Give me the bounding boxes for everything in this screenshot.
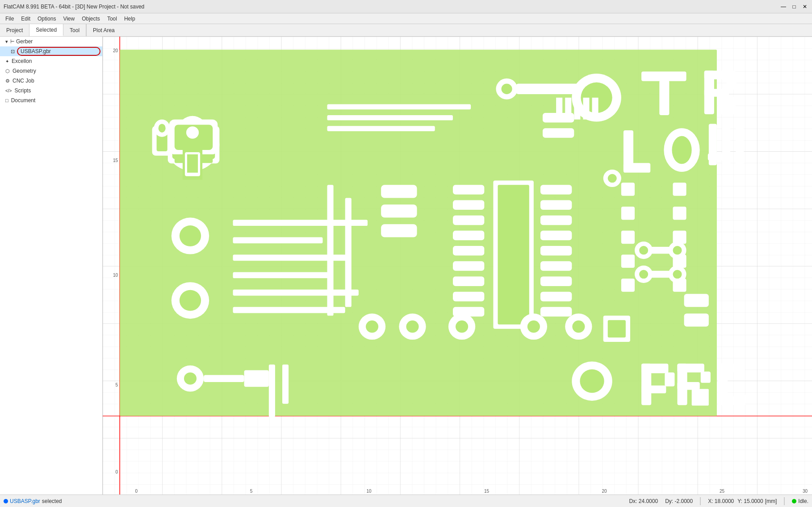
left-panel: ▾ ⊢ Gerber ⊡ USBASP.gbr ✦ Excellon ⬡ Geo… [0, 37, 103, 495]
maximize-button[interactable]: □ [791, 3, 798, 10]
svg-point-102 [580, 370, 604, 393]
tree-item-document[interactable]: □ Document [0, 96, 102, 105]
close-button[interactable]: ✕ [801, 3, 808, 10]
svg-rect-110 [701, 371, 711, 382]
svg-rect-116 [556, 98, 562, 120]
svg-rect-128 [345, 198, 352, 307]
minimize-button[interactable]: — [780, 3, 787, 10]
tree-item-geometry[interactable]: ⬡ Geometry [0, 66, 102, 76]
usbasp-label: USBASP.gbr [17, 47, 100, 56]
svg-rect-81 [621, 231, 635, 244]
menu-help[interactable]: Help [121, 15, 139, 23]
status-divider2 [784, 497, 785, 505]
svg-rect-56 [540, 307, 572, 316]
svg-rect-62 [641, 71, 686, 81]
svg-rect-38 [453, 200, 484, 209]
svg-point-135 [639, 270, 648, 279]
tab-project[interactable]: Project [0, 24, 29, 36]
tree-item-scripts[interactable]: </> Scripts [0, 86, 102, 96]
svg-point-15 [186, 126, 199, 138]
svg-rect-37 [453, 185, 484, 194]
tab-tool[interactable]: Tool [63, 24, 86, 36]
status-divider [700, 497, 701, 505]
status-filename: USBASP.gbr [10, 498, 40, 504]
svg-rect-31 [327, 104, 471, 109]
svg-rect-84 [673, 183, 686, 195]
svg-rect-63 [659, 80, 669, 115]
menu-options[interactable]: Options [34, 15, 59, 23]
idle-text: Idle. [798, 498, 808, 504]
svg-rect-141 [684, 294, 709, 307]
dy-value: Dy: -2.0000 [665, 498, 693, 504]
status-dy: Dy: -2.0000 [665, 498, 693, 504]
main-content: ▾ ⊢ Gerber ⊡ USBASP.gbr ✦ Excellon ⬡ Geo… [0, 37, 812, 495]
tree-item-usbasp[interactable]: ⊡ USBASP.gbr [0, 46, 102, 56]
document-label: Document [11, 97, 100, 104]
svg-rect-142 [684, 313, 709, 326]
svg-rect-85 [673, 207, 686, 220]
menu-view[interactable]: View [59, 15, 78, 23]
svg-rect-48 [540, 185, 572, 194]
gerber-icon: ⊢ [10, 39, 15, 45]
svg-point-58 [501, 84, 512, 94]
tree-item-excellon[interactable]: ✦ Excellon [0, 56, 102, 66]
excellon-icon: ✦ [5, 59, 9, 64]
svg-rect-36 [381, 224, 417, 237]
svg-rect-30 [244, 370, 269, 387]
svg-rect-39 [453, 216, 484, 225]
svg-point-133 [673, 246, 682, 255]
svg-rect-53 [540, 261, 572, 270]
svg-rect-47 [498, 185, 529, 324]
svg-rect-80 [621, 207, 635, 220]
svg-point-140 [608, 174, 617, 183]
svg-rect-109 [677, 382, 699, 390]
svg-rect-52 [540, 246, 572, 255]
window-controls: — □ ✕ [780, 3, 808, 10]
status-selected-section: USBASP.gbr selected [4, 498, 62, 504]
tree-item-gerber[interactable]: ▾ ⊢ Gerber [0, 37, 102, 46]
geometry-icon: ⬡ [5, 68, 10, 74]
status-idle: Idle. [792, 498, 808, 504]
cncjob-label: CNC Job [13, 78, 100, 84]
scripts-label: Scripts [14, 87, 100, 94]
menu-edit[interactable]: Edit [17, 15, 34, 23]
svg-rect-86 [673, 231, 686, 244]
svg-rect-78 [543, 128, 574, 137]
svg-point-24 [180, 225, 201, 246]
green-dot [792, 499, 796, 503]
menu-tool[interactable]: Tool [104, 15, 121, 23]
svg-rect-68 [718, 97, 736, 114]
svg-rect-82 [621, 255, 635, 268]
svg-rect-49 [540, 200, 572, 209]
gerber-file-icon: ⊡ [11, 49, 15, 54]
svg-rect-125 [233, 290, 358, 296]
tabs-row: Project Selected Tool Plot Area [0, 24, 812, 37]
plot-area-tab: Plot Area [86, 24, 812, 36]
svg-rect-33 [327, 126, 435, 131]
svg-rect-119 [583, 98, 589, 120]
svg-point-22 [159, 124, 166, 133]
svg-point-90 [366, 320, 378, 332]
svg-rect-44 [453, 292, 484, 301]
dx-value: Dx: 24.0000 [629, 498, 658, 504]
menu-objects[interactable]: Objects [78, 15, 104, 23]
svg-rect-117 [565, 98, 571, 120]
svg-rect-83 [621, 278, 635, 291]
y-value: Y: 15.0000 [737, 498, 763, 504]
tab-selected[interactable]: Selected [29, 24, 63, 36]
tree-item-cncjob[interactable]: ⚙ CNC Job [0, 76, 102, 86]
svg-point-138 [673, 270, 682, 279]
svg-rect-79 [621, 183, 635, 195]
svg-rect-104 [641, 364, 668, 373]
menu-file[interactable]: File [2, 15, 17, 23]
excellon-label: Excellon [12, 58, 100, 64]
x-value: X: 18.0000 [708, 498, 734, 504]
svg-rect-122 [233, 237, 322, 243]
svg-rect-111 [692, 389, 709, 406]
plot-area[interactable]: 20 15 10 5 0 0 5 10 15 20 25 30 [103, 37, 812, 495]
svg-rect-76 [708, 154, 730, 161]
svg-rect-143 [269, 365, 275, 417]
svg-rect-55 [540, 292, 572, 301]
pcb-svg [103, 37, 812, 495]
svg-rect-66 [704, 89, 729, 97]
